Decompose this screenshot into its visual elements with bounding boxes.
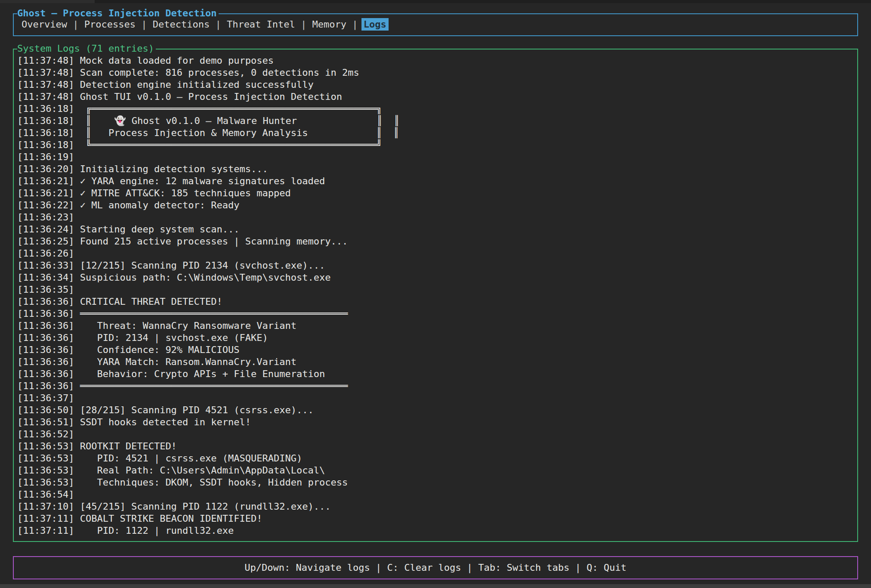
log-message: Techniques: DKOM, SSDT hooks, Hidden pro…	[74, 477, 348, 488]
log-entry: [11:36:53] PID: 4521 | csrss.exe (MASQUE…	[17, 452, 854, 464]
log-timestamp: [11:36:50]	[17, 405, 74, 415]
log-entry: [11:36:52]	[17, 428, 854, 440]
logs-panel-title: System Logs (71 entries)	[17, 43, 156, 54]
log-message: Behavior: Crypto APIs + File Enumeration	[74, 368, 325, 379]
status-bar: Up/Down: Navigate logs | C: Clear logs |…	[13, 556, 858, 579]
log-message: Found 215 active processes | Scanning me…	[74, 236, 348, 247]
log-entry: [11:36:36] ═════════════════════════════…	[17, 380, 854, 392]
log-timestamp: [11:36:53]	[17, 465, 74, 476]
log-timestamp: [11:37:48]	[17, 67, 74, 78]
log-entry: [11:37:48] Mock data loaded for demo pur…	[17, 55, 854, 67]
log-message: ROOTKIT DETECTED!	[74, 441, 176, 452]
log-timestamp: [11:37:48]	[17, 79, 74, 90]
log-message: ╚═══════════════════════════════════════…	[74, 139, 382, 150]
log-timestamp: [11:36:21]	[17, 176, 74, 186]
log-timestamp: [11:36:36]	[17, 356, 74, 367]
log-message: PID: 2134 | svchost.exe (FAKE)	[74, 332, 268, 343]
log-entry: [11:36:54]	[17, 489, 854, 501]
log-timestamp: [11:36:23]	[17, 212, 74, 223]
log-entry: [11:36:51] SSDT hooks detected in kernel…	[17, 416, 854, 428]
log-message: [12/215] Scanning PID 2134 (svchost.exe)…	[74, 260, 325, 271]
log-entry: [11:36:35]	[17, 284, 854, 296]
log-entry: [11:37:48] Scan complete: 816 processes,…	[17, 67, 854, 79]
log-message: [45/215] Scanning PID 1122 (rundll32.exe…	[74, 501, 330, 512]
log-entry: [11:36:36] CRITICAL THREAT DETECTED!	[17, 296, 854, 308]
tab-separator: |	[136, 19, 153, 30]
log-timestamp: [11:37:48]	[17, 55, 74, 66]
log-message: SSDT hooks detected in kernel!	[74, 417, 251, 427]
log-entry: [11:36:36] Behavior: Crypto APIs + File …	[17, 368, 854, 380]
log-timestamp: [11:36:54]	[17, 489, 74, 500]
tab-overview[interactable]: Overview	[19, 18, 69, 31]
log-entry: [11:36:33] [12/215] Scanning PID 2134 (s…	[17, 260, 854, 272]
tab-threat-intel[interactable]: Threat Intel	[225, 18, 297, 31]
log-timestamp: [11:37:10]	[17, 501, 74, 512]
log-message: [28/215] Scanning PID 4521 (csrss.exe)..…	[74, 405, 313, 415]
log-timestamp: [11:36:18]	[17, 103, 74, 114]
log-timestamp: [11:36:26]	[17, 248, 74, 259]
log-timestamp: [11:36:18]	[17, 115, 74, 126]
log-message: ✓ MITRE ATT&CK: 185 techniques mapped	[74, 188, 290, 198]
window-top-notch	[95, 0, 871, 3]
log-entry: [11:36:23]	[17, 211, 854, 223]
log-timestamp: [11:37:11]	[17, 513, 74, 524]
log-timestamp: [11:36:36]	[17, 296, 74, 307]
log-timestamp: [11:36:53]	[17, 453, 74, 464]
log-entry: [11:36:36] Threat: WannaCry Ransomware V…	[17, 320, 854, 332]
log-entry: [11:36:21] ✓ MITRE ATT&CK: 185 technique…	[17, 187, 854, 199]
tab-separator: |	[346, 19, 364, 30]
tab-memory[interactable]: Memory	[310, 18, 349, 31]
log-entry: [11:36:36] YARA Match: Ransom.WannaCry.V…	[17, 356, 854, 368]
log-entry: [11:37:10] [45/215] Scanning PID 1122 (r…	[17, 501, 854, 513]
log-entry: [11:36:26]	[17, 248, 854, 260]
log-message: ║ 👻 Ghost v0.1.0 — Malware Hunter ║ ║	[74, 115, 399, 126]
log-timestamp: [11:36:20]	[17, 164, 74, 174]
log-timestamp: [11:36:53]	[17, 441, 74, 452]
tab-bar-panel: Ghost — Process Injection Detection Over…	[13, 13, 858, 36]
log-message: YARA Match: Ransom.WannaCry.Variant	[74, 356, 297, 367]
log-timestamp: [11:36:22]	[17, 200, 74, 210]
log-entry: [11:36:53] Techniques: DKOM, SSDT hooks,…	[17, 477, 854, 489]
log-entry: [11:37:48] Detection engine initialized …	[17, 79, 854, 91]
log-entry: [11:36:19]	[17, 151, 854, 163]
log-message: Mock data loaded for demo purposes	[74, 55, 274, 66]
log-timestamp: [11:36:33]	[17, 260, 74, 271]
log-entry: [11:37:48] Ghost TUI v0.1.0 — Process In…	[17, 91, 854, 103]
log-entry: [11:36:18] ║ 👻 Ghost v0.1.0 — Malware Hu…	[17, 115, 854, 127]
log-message: ✓ YARA engine: 12 malware signatures loa…	[74, 176, 325, 186]
tab-separator: |	[210, 19, 227, 30]
log-message: Detection engine initialized successfull…	[74, 79, 313, 90]
log-entry: [11:36:25] Found 215 active processes | …	[17, 235, 854, 248]
log-message: COBALT STRIKE BEACON IDENTIFIED!	[74, 513, 262, 524]
log-entry: [11:36:34] Suspicious path: C:\Windows\T…	[17, 272, 854, 284]
log-timestamp: [11:36:18]	[17, 139, 74, 150]
log-timestamp: [11:36:25]	[17, 236, 74, 247]
log-message: Scan complete: 816 processes, 0 detectio…	[74, 67, 359, 78]
tab-detections[interactable]: Detections	[151, 18, 212, 31]
log-timestamp: [11:36:52]	[17, 429, 74, 439]
log-lines: [11:37:48] Mock data loaded for demo pur…	[17, 55, 854, 539]
log-entry: [11:36:21] ✓ YARA engine: 12 malware sig…	[17, 175, 854, 187]
log-entry: [11:37:11] PID: 1122 | rundll32.exe	[17, 525, 854, 537]
log-timestamp: [11:37:11]	[17, 525, 74, 536]
log-message: CRITICAL THREAT DETECTED!	[74, 296, 222, 307]
log-entry: [11:36:36] ═════════════════════════════…	[17, 308, 854, 320]
log-timestamp: [11:36:24]	[17, 224, 74, 235]
log-message: ╔═══════════════════════════════════════…	[74, 103, 382, 114]
tab-separator: |	[67, 19, 84, 30]
log-timestamp: [11:36:34]	[17, 272, 74, 283]
log-timestamp: [11:36:36]	[17, 368, 74, 379]
tab-separator: |	[295, 19, 312, 30]
logs-panel: System Logs (71 entries) [11:37:48] Mock…	[13, 49, 858, 542]
log-message: ║ Process Injection & Memory Analysis ║ …	[74, 127, 399, 138]
log-message: Suspicious path: C:\Windows\Temp\svchost…	[74, 272, 330, 283]
log-message: Initializing detection systems...	[74, 164, 268, 174]
log-message: Starting deep system scan...	[74, 224, 239, 235]
log-message: ════════════════════════════════════════…	[74, 381, 348, 391]
tab-processes[interactable]: Processes	[82, 18, 138, 31]
log-timestamp: [11:36:19]	[17, 152, 74, 162]
log-message: Confidence: 92% MALICIOUS	[74, 344, 239, 355]
tab-logs[interactable]: Logs	[361, 18, 389, 31]
log-entry: [11:36:22] ✓ ML anomaly detector: Ready	[17, 199, 854, 211]
log-entry: [11:36:24] Starting deep system scan...	[17, 223, 854, 235]
